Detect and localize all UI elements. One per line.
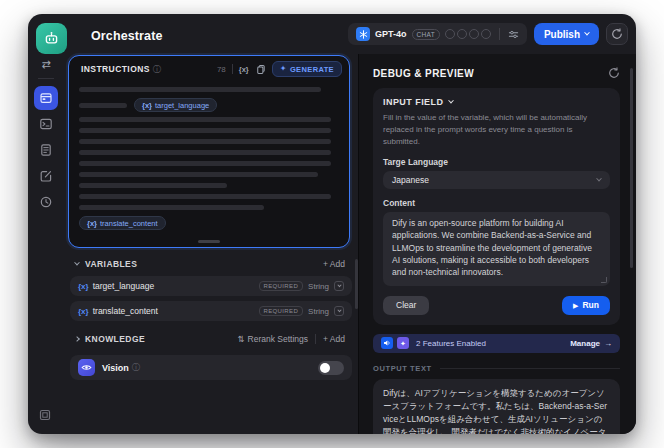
document-icon [39, 143, 53, 157]
app-window: Orchestrate GPT-4o CHAT Publish [28, 14, 636, 434]
insert-variable-icon[interactable]: {x} [239, 65, 249, 74]
expand-icon [39, 409, 51, 421]
sidebar-item-orchestrate[interactable] [34, 86, 58, 110]
sidebar: ⇄ [28, 54, 64, 434]
language-select[interactable]: Japanese [383, 171, 610, 189]
variable-chip[interactable]: {x} target_language [134, 98, 217, 112]
annotation-icon [39, 169, 53, 183]
skeleton-line [79, 139, 331, 144]
char-count: 78 [217, 65, 226, 74]
generate-label: GENERATE [290, 65, 334, 74]
sidebar-item-api[interactable] [34, 112, 58, 136]
info-icon: ⓘ [132, 362, 140, 373]
variable-type: String [308, 282, 329, 291]
divider [440, 368, 620, 369]
model-mode-badge: CHAT [412, 29, 440, 40]
content-field-label: Content [383, 198, 610, 208]
variable-token: {x} [78, 282, 89, 291]
variable-chip[interactable]: {x} translate_content [79, 216, 166, 230]
output-text-title: OUTPUT TEXT [373, 364, 432, 373]
chevron-right-icon [74, 336, 80, 342]
chevron-down-icon [74, 259, 80, 265]
right-scrollbar-thumb[interactable] [630, 68, 633, 268]
input-field-description: Fill in the value of the variable, which… [383, 112, 610, 148]
app-logo[interactable] [36, 23, 67, 54]
skeleton-line [79, 150, 331, 155]
variable-chip-label: target_language [155, 101, 209, 110]
skeleton-line [79, 103, 127, 108]
clear-button[interactable]: Clear [383, 296, 429, 315]
version-history-button[interactable] [606, 23, 628, 45]
resize-handle[interactable] [198, 240, 220, 243]
variable-row[interactable]: {x} target_language REQUIRED String [70, 276, 352, 296]
refresh-icon [608, 67, 620, 79]
variable-settings-icon[interactable] [334, 281, 344, 291]
back-to-apps-icon[interactable]: ⇄ [41, 59, 50, 70]
variable-name: translate_content [93, 306, 158, 316]
variable-token: {x} [78, 307, 89, 316]
restart-button[interactable] [608, 67, 620, 79]
sidebar-item-annotations[interactable] [34, 164, 58, 188]
manage-label: Manage [570, 339, 600, 348]
skeleton-line [79, 87, 321, 92]
run-button[interactable]: ▶ Run [562, 296, 610, 315]
skeleton-line [79, 172, 318, 177]
content-textarea[interactable]: Dify is an open-source platform for buil… [383, 212, 610, 286]
orchestrate-panel: INSTRUCTIONS ⓘ 78 {x} ✦ GENERATE [64, 54, 358, 434]
openai-model-icon [356, 27, 370, 41]
skeleton-line [79, 161, 331, 166]
divider [38, 78, 54, 79]
robot-icon [43, 30, 60, 47]
variable-row[interactable]: {x} translate_content REQUIRED String [70, 301, 352, 321]
variable-settings-icon[interactable] [334, 306, 344, 316]
vision-eye-icon [78, 359, 95, 376]
publish-button[interactable]: Publish [534, 23, 599, 45]
variable-type: String [308, 307, 329, 316]
model-capability-icons [445, 29, 491, 39]
variable-chip-label: translate_content [100, 219, 158, 228]
generate-button[interactable]: ✦ GENERATE [272, 61, 342, 77]
divider [499, 28, 500, 40]
terminal-icon [39, 117, 53, 131]
capability-icon [457, 29, 467, 39]
variable-name: target_language [93, 281, 154, 291]
collapse-panel-button[interactable] [39, 407, 51, 425]
output-text: Difyは、AIアプリケーションを構築するためのオープンソースプラットフォームで… [383, 387, 610, 434]
divider [232, 64, 233, 74]
variable-token: {x} [142, 101, 152, 110]
variable-token: {x} [87, 219, 97, 228]
skeleton-line [79, 205, 264, 210]
skeleton-line [79, 117, 331, 122]
sidebar-item-monitoring[interactable] [34, 190, 58, 214]
info-icon: ⓘ [153, 64, 161, 75]
vision-feature-row[interactable]: Vision ⓘ [70, 355, 352, 380]
knowledge-section-header[interactable]: KNOWLEDGE ⇅ Rerank Settings + Add [64, 331, 358, 346]
vision-toggle[interactable] [318, 361, 344, 375]
input-field-header[interactable]: INPUT FIELD [383, 97, 610, 107]
manage-features-link[interactable]: Manage → [570, 339, 612, 348]
copy-icon[interactable] [255, 64, 266, 75]
model-params-icon[interactable] [508, 29, 519, 40]
required-badge: REQUIRED [259, 306, 304, 316]
model-selector[interactable]: GPT-4o CHAT [348, 23, 527, 45]
rerank-settings-button[interactable]: ⇅ Rerank Settings [237, 334, 308, 344]
model-name: GPT-4o [375, 29, 407, 39]
divider [315, 334, 316, 344]
more-like-this-feature-icon: ✦ [397, 337, 409, 349]
instructions-editor[interactable]: INSTRUCTIONS ⓘ 78 {x} ✦ GENERATE [68, 55, 350, 248]
vision-label: Vision [102, 363, 129, 373]
skeleton-line [79, 128, 331, 133]
skeleton-line [79, 194, 331, 199]
add-variable-button[interactable]: + Add [323, 259, 345, 269]
resize-handle[interactable] [601, 277, 607, 283]
sidebar-item-logs[interactable] [34, 138, 58, 162]
toggle-knob [320, 363, 330, 373]
variables-section-header[interactable]: VARIABLES + Add [64, 256, 358, 271]
arrow-right-icon: → [604, 339, 612, 348]
add-knowledge-button[interactable]: + Add [323, 334, 345, 344]
features-enabled-label: 2 Features Enabled [416, 339, 486, 348]
features-bar[interactable]: ✦ 2 Features Enabled Manage → [373, 334, 620, 353]
run-label: Run [582, 300, 599, 310]
input-field-title: INPUT FIELD [383, 97, 443, 107]
variables-title: VARIABLES [85, 259, 137, 269]
